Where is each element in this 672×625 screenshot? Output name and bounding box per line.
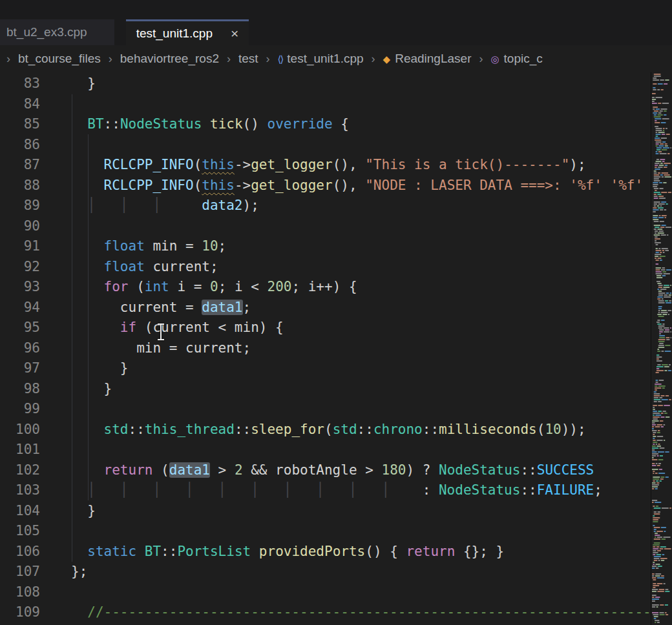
line-number[interactable]: 103 bbox=[0, 480, 40, 501]
code-line[interactable]: 105 bbox=[0, 521, 672, 542]
code-line[interactable]: 94 current = data1; bbox=[0, 298, 672, 318]
code-text: min = current; bbox=[71, 338, 251, 359]
code-token: NodeStatus bbox=[120, 116, 202, 132]
code-line[interactable]: 106 static BT::PortsList providedPorts()… bbox=[0, 542, 672, 562]
code-line[interactable]: 86 bbox=[0, 135, 672, 156]
line-number[interactable]: 99 bbox=[0, 399, 40, 420]
line-number[interactable]: 97 bbox=[0, 358, 40, 379]
code-line[interactable]: 87 RCLCPP_INFO(this->get_logger(), "This… bbox=[0, 155, 672, 176]
text-ibeam-cursor bbox=[158, 323, 164, 340]
code-line[interactable]: 99 bbox=[0, 399, 672, 420]
line-number[interactable]: 102 bbox=[0, 460, 40, 481]
line-number[interactable]: 84 bbox=[0, 94, 40, 115]
line-number[interactable]: 90 bbox=[0, 216, 40, 237]
code-line[interactable]: 84 bbox=[0, 94, 672, 115]
tab-bt_u2_ex3[interactable]: bt_u2_ex3.cpp bbox=[0, 19, 114, 45]
code-token: milliseconds bbox=[439, 422, 537, 437]
line-number[interactable]: 89 bbox=[0, 196, 40, 216]
editor-pane[interactable]: 83 }8485 BT::NodeStatus tick() override … bbox=[0, 72, 672, 625]
code-token: std bbox=[333, 422, 357, 437]
line-number[interactable]: 101 bbox=[0, 440, 40, 460]
line-number[interactable]: 94 bbox=[0, 298, 40, 318]
code-token: ; bbox=[594, 482, 602, 498]
code-token bbox=[136, 544, 145, 559]
line-number[interactable]: 108 bbox=[0, 582, 40, 603]
code-token: :: bbox=[520, 462, 536, 478]
code-text: return (data1 > 2 && robotAngle > 180) ?… bbox=[71, 460, 594, 481]
code-text: │ │ │ │ │ │ │ │ │ │ : NodeStatus::FAILUR… bbox=[71, 480, 602, 501]
breadcrumb-item-behaviortree_ros2[interactable]: behaviortree_ros2 bbox=[120, 52, 219, 66]
chevron-right-icon: › bbox=[266, 52, 270, 66]
code-token: current = bbox=[71, 300, 202, 315]
code-token: )); bbox=[562, 422, 586, 437]
line-number[interactable]: 92 bbox=[0, 257, 40, 278]
code-line[interactable]: 101 bbox=[0, 440, 672, 460]
line-number[interactable]: 107 bbox=[0, 562, 40, 582]
line-number[interactable]: 100 bbox=[0, 420, 40, 440]
code-line[interactable]: 109 //----------------------------------… bbox=[0, 602, 672, 623]
line-number[interactable]: 91 bbox=[0, 236, 40, 257]
code-line[interactable]: 88 RCLCPP_INFO(this->get_logger(), "NODE… bbox=[0, 176, 672, 196]
breadcrumb-item-test[interactable]: test bbox=[238, 52, 258, 66]
code-line[interactable]: 90 bbox=[0, 216, 672, 237]
code-token: return bbox=[104, 462, 153, 478]
code-line[interactable]: 107}; bbox=[0, 562, 672, 582]
code-token: }; bbox=[71, 564, 87, 579]
code-token: ( bbox=[537, 422, 545, 437]
breadcrumb: › bt_course_files › behaviortree_ros2 › … bbox=[0, 45, 672, 72]
breadcrumb-item-ReadingLaser[interactable]: ◆ ReadingLaser bbox=[383, 52, 472, 66]
line-number[interactable]: 104 bbox=[0, 501, 40, 522]
code-line[interactable]: 102 return (data1 > 2 && robotAngle > 18… bbox=[0, 460, 672, 481]
close-icon[interactable]: × bbox=[231, 26, 238, 40]
code-line[interactable]: 93 for (int i = 0; i < 200; i++) { bbox=[0, 277, 672, 298]
breadcrumb-item-bt_course_files[interactable]: bt_course_files bbox=[18, 52, 101, 66]
breadcrumb-item-topic[interactable]: ◎ topic_c bbox=[490, 52, 542, 66]
code-token: && robotAngle > bbox=[243, 462, 382, 478]
line-number[interactable]: 88 bbox=[0, 176, 40, 196]
code-token: RCLCPP_INFO bbox=[104, 157, 194, 172]
code-line[interactable]: 103 │ │ │ │ │ │ │ │ │ │ : NodeStatus::FA… bbox=[0, 480, 672, 501]
code-line[interactable]: 100 std::this_thread::sleep_for(std::chr… bbox=[0, 420, 672, 440]
code-line[interactable]: 96 min = current; bbox=[0, 338, 672, 359]
code-token: tick bbox=[210, 116, 243, 132]
minimap[interactable] bbox=[651, 72, 672, 625]
code-token: 10 bbox=[202, 238, 218, 254]
line-number[interactable]: 86 bbox=[0, 135, 40, 156]
code-token: this bbox=[202, 157, 235, 172]
line-number[interactable]: 93 bbox=[0, 277, 40, 298]
code-line[interactable]: 95 if (current < min) { bbox=[0, 318, 672, 338]
code-token: i = bbox=[169, 279, 210, 294]
code-line[interactable]: 98 } bbox=[0, 379, 672, 400]
code-line[interactable]: 108 bbox=[0, 582, 672, 603]
code-line[interactable]: 104 } bbox=[0, 501, 672, 522]
tab-test_unit1[interactable]: test_unit1.cpp × bbox=[126, 19, 249, 45]
line-number[interactable]: 109 bbox=[0, 602, 40, 623]
code-token: (), bbox=[333, 157, 366, 172]
code-token: static bbox=[87, 544, 136, 559]
code-token: { bbox=[333, 116, 349, 132]
code-text: current = data1; bbox=[71, 298, 251, 318]
code-token: ( bbox=[194, 157, 202, 172]
line-number[interactable]: 106 bbox=[0, 542, 40, 562]
line-number[interactable]: 83 bbox=[0, 74, 40, 94]
code-line[interactable]: 85 BT::NodeStatus tick() override { bbox=[0, 114, 672, 135]
code-token: ( bbox=[324, 422, 333, 437]
code-line[interactable]: 91 float min = 10; bbox=[0, 236, 672, 257]
line-number[interactable]: 105 bbox=[0, 521, 40, 542]
line-number[interactable]: 98 bbox=[0, 379, 40, 400]
tab-bar: bt_u2_ex3.cpp test_unit1.cpp × bbox=[0, 19, 672, 45]
vscode-window: bt_u2_ex3.cpp test_unit1.cpp × › bt_cour… bbox=[0, 0, 672, 625]
code-line[interactable]: 97 } bbox=[0, 358, 672, 379]
code-token: :: bbox=[235, 422, 251, 437]
line-number[interactable]: 95 bbox=[0, 318, 40, 338]
code-line[interactable]: 92 float current; bbox=[0, 257, 672, 278]
line-number[interactable]: 96 bbox=[0, 338, 40, 359]
breadcrumb-item-test_unit1-cpp[interactable]: ⟨⟩ test_unit1.cpp bbox=[278, 52, 364, 66]
code-token: providedPorts bbox=[259, 544, 365, 559]
line-number[interactable]: 87 bbox=[0, 155, 40, 176]
code-token: std bbox=[104, 422, 129, 437]
code-token: min = current; bbox=[71, 340, 251, 356]
line-number[interactable]: 85 bbox=[0, 114, 40, 135]
code-line[interactable]: 89 │ │ │ data2); bbox=[0, 196, 672, 216]
code-line[interactable]: 83 } bbox=[0, 74, 672, 94]
